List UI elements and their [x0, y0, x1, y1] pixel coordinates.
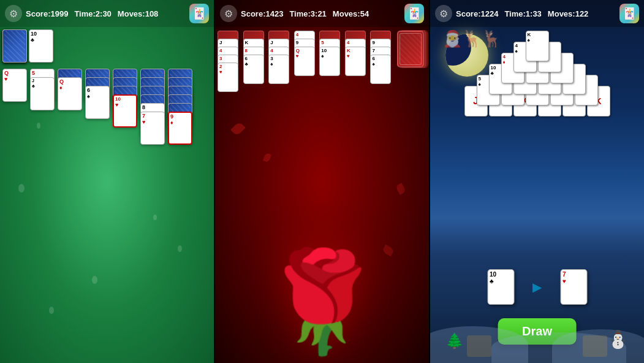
panel3-stats: Score:1224 Time:1:33 Moves:122 — [456, 9, 588, 18]
panel2-moves: Moves:54 — [333, 9, 369, 18]
panel1-col6: 8♠ 7♥ — [140, 69, 166, 145]
house-glow-2 — [583, 335, 607, 357]
panel2-stats: Score:1423 Time:3:21 Moves:54 — [241, 9, 369, 18]
panel2-columns: J♠ 4♥ 3♥ 2♥ K♠ 8♥ — [218, 31, 395, 92]
petal-2 — [395, 183, 406, 195]
pyramid-row1: K♠ — [433, 31, 642, 61]
panel-klondike: ⚙ Score:1999 Time:2:30 Moves:108 🃏 10♦ 1… — [0, 0, 214, 363]
panel3-bottom-cards: 10♣ ▶ 7♥ — [487, 269, 587, 305]
panel1-col4: 6♠ — [85, 69, 111, 145]
panel1-col5: 10♥ — [113, 69, 138, 145]
panel-pyramid: 🎅🦌🦌 ⚙ Score:1224 Time:1:33 Moves:122 🃏 K… — [430, 0, 644, 363]
spider-col1-cards: J♠ 4♥ 3♥ 2♥ — [218, 31, 238, 92]
panel3-app-icon[interactable]: 🃏 — [619, 4, 639, 23]
panel1-col3: Q♦ — [58, 69, 83, 145]
droplet — [49, 307, 54, 314]
pyramid: K♠ 4♠ 4♥ 4♦ 2♠ 4♦ 10 — [430, 31, 644, 117]
droplet — [178, 245, 182, 252]
spider-col7: 9♠ 7♠ 6♠ — [370, 31, 395, 92]
house-glow-1 — [467, 335, 491, 357]
spider-3s3[interactable]: 3♠ — [268, 55, 289, 84]
card-col2-b2[interactable]: J♠ — [30, 77, 55, 110]
spider-6s7[interactable]: 6♠ — [370, 55, 391, 84]
panel1-top-row: 10♦ 10♣ 6♥ Q♣ — [2, 29, 211, 63]
rose-decoration: 🌹 — [261, 253, 384, 351]
spider-kh6[interactable]: K♥ — [345, 47, 366, 76]
panel2-app-icon[interactable]: 🃏 — [404, 4, 424, 23]
spider-qh4[interactable]: Q♥ — [294, 47, 315, 76]
panel3-time: Time:1:33 — [504, 9, 541, 18]
droplet — [92, 276, 97, 284]
card-6-spade[interactable]: 6♠ — [85, 86, 110, 119]
panel1-time: Time:2:30 — [74, 9, 111, 18]
settings-icon[interactable]: ⚙ — [5, 5, 22, 22]
spider-col2: K♠ 8♥ 6♣ — [243, 31, 268, 92]
panel1-col7: 9♦ — [168, 69, 194, 145]
panel1-columns: Q♥ 5♦ J♠ Q♦ — [2, 69, 211, 145]
panel3-score: Score:1224 — [456, 9, 498, 18]
spider-col5: 5♥ 10♠ — [319, 31, 344, 92]
petal-1 — [230, 121, 246, 137]
arrow-icon: ▶ — [532, 269, 542, 305]
draw-button[interactable]: Draw — [498, 318, 577, 345]
p3-bottom-card-7h[interactable]: 7♥ — [560, 269, 587, 305]
panel1-header: ⚙ Score:1999 Time:2:30 Moves:108 🃏 — [0, 0, 214, 27]
p3-card-k[interactable]: K♠ — [526, 31, 549, 61]
panel-spider: ⚙ Score:1423 Time:3:21 Moves:54 🃏 J♠ — [215, 0, 429, 363]
panel1-col2: 5♦ J♠ — [30, 69, 56, 145]
panel2-time: Time:3:21 — [289, 9, 326, 18]
card-9-diamond[interactable]: 9♦ — [168, 112, 192, 145]
spider-col6: 4♦ K♥ — [345, 31, 369, 92]
panel2-header: ⚙ Score:1423 Time:3:21 Moves:54 🃏 — [215, 0, 429, 27]
panel3-header: ⚙ Score:1224 Time:1:33 Moves:122 🃏 — [430, 0, 644, 27]
panel2-header-left: ⚙ Score:1423 Time:3:21 Moves:54 — [220, 5, 369, 22]
card-10-club[interactable]: 10♣ — [29, 29, 53, 63]
panel1-moves: Moves:108 — [118, 9, 158, 18]
card-q-heart[interactable]: Q♥ — [2, 69, 27, 102]
panel2-score: Score:1423 — [241, 9, 283, 18]
card-back-blue[interactable] — [2, 29, 27, 63]
spider-10s5[interactable]: 10♠ — [319, 47, 340, 76]
panel3-settings-icon[interactable]: ⚙ — [435, 5, 452, 22]
droplet — [153, 215, 157, 220]
petal-4 — [382, 245, 395, 257]
panel1-stats: Score:1999 Time:2:30 Moves:108 — [26, 9, 158, 18]
droplet — [18, 184, 25, 193]
panel1-app-icon[interactable]: 🃏 — [189, 4, 209, 23]
petal-3 — [263, 153, 271, 163]
card-q-diamond[interactable]: Q♦ — [58, 77, 82, 110]
panel2-settings-icon[interactable]: ⚙ — [220, 5, 237, 22]
snowman-icon: ⛄ — [607, 329, 629, 350]
card-7-heart-col6[interactable]: 7♥ — [140, 112, 165, 145]
panel1-score: Score:1999 — [26, 9, 68, 18]
panel3-moves: Moves:122 — [548, 9, 588, 18]
spider-col4: 4♦ 9♠ Q♥ — [294, 31, 319, 92]
deck-stack[interactable] — [397, 31, 424, 67]
tree-icon: 🌲 — [445, 332, 464, 350]
spider-face-2h[interactable]: 2♥ — [218, 63, 238, 92]
panel2-deck[interactable] — [397, 31, 424, 67]
p3-bottom-card-10c[interactable]: 10♣ — [487, 269, 514, 305]
panel1-header-left: ⚙ Score:1999 Time:2:30 Moves:108 — [5, 5, 158, 22]
card-10-heart[interactable]: 10♥ — [113, 94, 137, 128]
spider-6s[interactable]: 6♣ — [243, 55, 264, 84]
panel3-header-left: ⚙ Score:1224 Time:1:33 Moves:122 — [435, 5, 588, 22]
panel1-col1: Q♥ — [2, 69, 28, 145]
spider-col3: J♠ 4♥ 3♠ — [268, 31, 293, 92]
spider-col1: J♠ 4♥ 3♥ 2♥ — [218, 31, 242, 92]
